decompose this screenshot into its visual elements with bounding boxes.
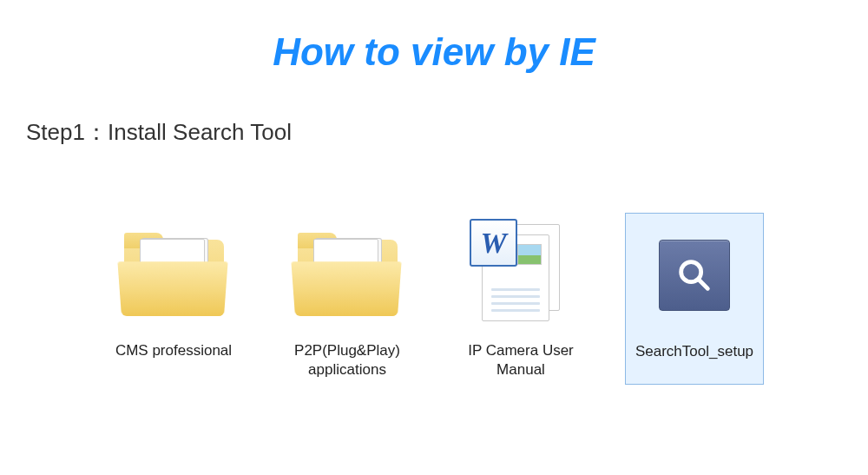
file-label: CMS professional xyxy=(115,341,232,360)
file-item-ip-camera-manual[interactable]: W IP Camera User Manual xyxy=(451,213,590,385)
file-label: SearchTool_setup xyxy=(635,342,753,361)
file-icon-row: CMS professional P2P(Plug&Play) applicat… xyxy=(0,213,868,385)
folder-icon xyxy=(298,234,398,316)
file-label: IP Camera User Manual xyxy=(457,341,585,379)
file-item-p2p-applications[interactable]: P2P(Plug&Play) applications xyxy=(278,213,417,385)
search-tool-icon xyxy=(659,240,730,311)
folder-icon xyxy=(124,234,224,316)
file-item-cms-professional[interactable]: CMS professional xyxy=(104,213,243,385)
svg-line-1 xyxy=(699,280,708,289)
page-title: How to view by IE xyxy=(0,30,868,74)
file-item-searchtool-setup[interactable]: SearchTool_setup xyxy=(625,213,764,385)
step-heading: Step1：Install Search Tool xyxy=(26,117,868,148)
word-document-icon: W xyxy=(473,222,569,327)
file-label: P2P(Plug&Play) applications xyxy=(283,341,411,379)
